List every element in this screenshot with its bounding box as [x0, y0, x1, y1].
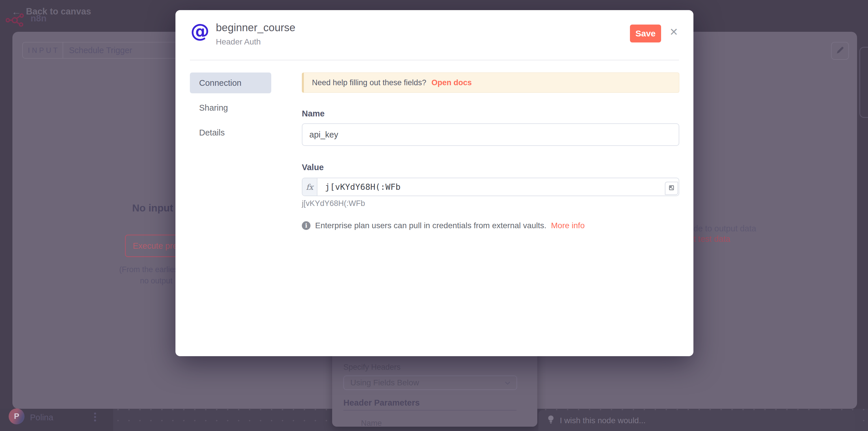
- avatar-initial: P: [14, 412, 19, 421]
- user-menu-kebab-icon[interactable]: [94, 412, 96, 422]
- specify-headers-value: Using Fields Below: [350, 378, 419, 387]
- input-source-schedule-trigger[interactable]: Schedule Trigger: [63, 42, 184, 58]
- modal-header-divider: [190, 60, 679, 60]
- output-hint-text: de to output data: [693, 224, 756, 233]
- input-panel-label: INPUT: [23, 42, 63, 58]
- parameter-name-label: Name: [361, 419, 382, 428]
- credential-subtitle: Header Auth: [216, 37, 261, 47]
- help-notice-banner: Need help filling out these fields? Open…: [302, 73, 679, 93]
- name-field-label: Name: [302, 109, 324, 118]
- node-feedback-input[interactable]: I wish this node would...: [538, 410, 855, 431]
- execute-previous-nodes-button[interactable]: Execute prev: [125, 235, 183, 257]
- credential-modal: @ beginner_course Header Auth Save ✕ Con…: [176, 10, 693, 356]
- lightbulb-icon: [547, 415, 555, 427]
- info-icon: i: [302, 221, 310, 230]
- value-expression-input: fx j[vKYdY68H(:WFb: [302, 178, 679, 196]
- tab-sharing[interactable]: Sharing: [190, 97, 271, 118]
- tab-details[interactable]: Details: [190, 122, 271, 143]
- input-source-selector[interactable]: INPUT Schedule Trigger: [22, 42, 184, 59]
- chevron-down-icon: [504, 379, 512, 387]
- no-input-heading: No input c: [132, 202, 176, 214]
- value-preview-text: j[vKYdY68H(:WFb: [302, 199, 365, 208]
- header-auth-at-icon: @: [190, 22, 210, 41]
- credential-title: beginner_course: [216, 22, 296, 34]
- header-parameters-divider: [343, 410, 517, 410]
- user-name-label: Polina: [30, 413, 53, 422]
- name-input[interactable]: [302, 123, 679, 146]
- tab-connection[interactable]: Connection: [190, 73, 271, 93]
- input-hint-line1: (From the earlies: [119, 265, 178, 274]
- save-button[interactable]: Save: [630, 25, 661, 42]
- value-field-label: Value: [302, 163, 324, 172]
- canvas-node-edge: [859, 47, 868, 118]
- edit-output-button[interactable]: [831, 42, 849, 60]
- set-test-data-link[interactable]: t test data: [693, 234, 730, 244]
- n8n-app-window: ← Back to canvas n8n INPUT Schedule Trig…: [0, 0, 868, 431]
- tab-connection-label: Connection: [199, 78, 242, 88]
- pencil-icon: [836, 46, 844, 56]
- enterprise-note: i Enterprise plan users can pull in cred…: [302, 221, 585, 230]
- expand-expression-button[interactable]: [665, 182, 678, 195]
- n8n-logo-text: n8n: [31, 13, 46, 24]
- enterprise-note-text: Enterprise plan users can pull in creden…: [315, 221, 547, 230]
- open-docs-link[interactable]: Open docs: [431, 78, 472, 87]
- feedback-placeholder: I wish this node would...: [560, 416, 646, 425]
- close-icon[interactable]: ✕: [670, 27, 678, 37]
- expand-icon: [668, 184, 675, 192]
- input-hint-line2: no output: [140, 277, 173, 285]
- help-notice-text: Need help filling out these fields?: [312, 78, 426, 87]
- tab-details-label: Details: [199, 128, 225, 138]
- more-info-link[interactable]: More info: [551, 221, 585, 230]
- header-parameters-label: Header Parameters: [343, 398, 420, 408]
- user-avatar[interactable]: P: [9, 408, 25, 424]
- n8n-logo-icon: [6, 13, 27, 28]
- value-input[interactable]: j[vKYdY68H(:WFb: [317, 178, 679, 196]
- tab-sharing-label: Sharing: [199, 103, 228, 113]
- specify-headers-label: Specify Headers: [343, 363, 401, 372]
- fx-expression-icon: fx: [302, 178, 317, 196]
- specify-headers-dropdown[interactable]: Using Fields Below: [343, 376, 517, 390]
